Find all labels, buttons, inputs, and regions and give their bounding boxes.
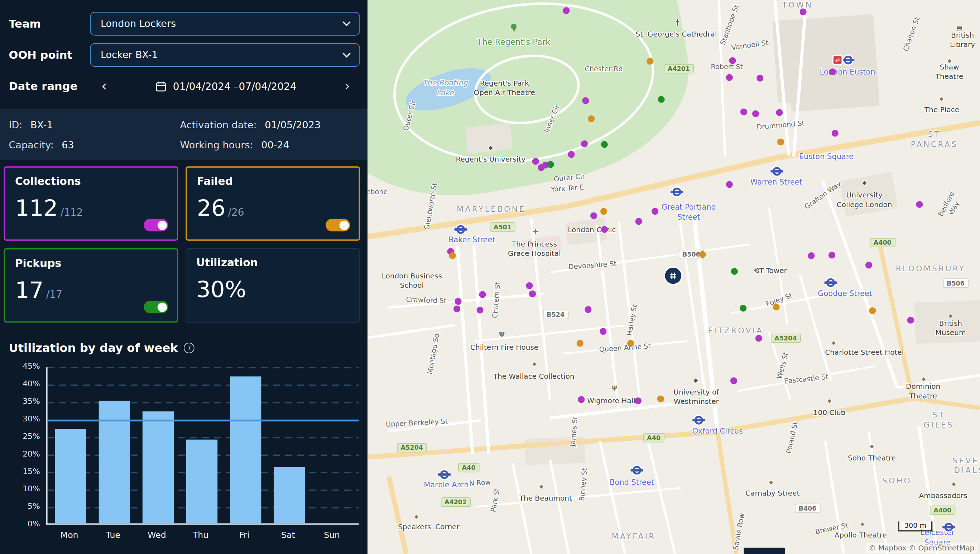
map-marker-purple[interactable] xyxy=(479,291,486,298)
map-label-poi: British Library xyxy=(950,31,975,49)
map-label-poi: Shaw Theatre xyxy=(934,63,965,81)
map-marker-purple[interactable] xyxy=(585,306,591,313)
team-select[interactable]: London Lockers xyxy=(90,12,360,35)
map-marker-purple[interactable] xyxy=(730,377,737,384)
chart-xtick: Thu xyxy=(182,530,220,540)
activation-date: Activation date: 01/05/2023 xyxy=(180,119,359,131)
map-marker-purple[interactable] xyxy=(476,307,483,314)
map-marker-purple[interactable] xyxy=(582,97,589,104)
map-marker-purple[interactable] xyxy=(907,317,914,323)
map-marker-purple[interactable] xyxy=(529,291,536,298)
road-shield: A5204 xyxy=(397,443,426,452)
map-marker-purple[interactable] xyxy=(581,140,588,147)
map-marker-purple[interactable] xyxy=(600,328,606,335)
map-marker-green[interactable] xyxy=(740,305,746,312)
map-label-park: The Regent's Park xyxy=(477,37,550,48)
activation-value: 01/05/2023 xyxy=(265,119,321,131)
utilization-chart-section: Utilization by day of week 0%5%10%15%20%… xyxy=(0,323,368,548)
collections-toggle[interactable] xyxy=(144,219,168,231)
map-marker-green[interactable] xyxy=(547,161,554,168)
failed-toggle[interactable] xyxy=(326,219,350,231)
map-label-area: TOWN xyxy=(782,0,813,10)
map-marker-orange[interactable] xyxy=(588,115,595,122)
road-shield: A400 xyxy=(870,238,895,247)
map-marker-purple[interactable] xyxy=(865,262,872,268)
map-marker-purple[interactable] xyxy=(526,282,533,289)
map-label-road: Chiltern St xyxy=(491,282,503,318)
date-range-label: Date range xyxy=(9,80,90,92)
poi-icon: ◆ xyxy=(827,398,831,404)
date-range-value-group[interactable]: 01/04/2024 –07/04/2024 xyxy=(155,80,296,92)
map-marker-orange[interactable] xyxy=(699,251,706,258)
map-marker-purple[interactable] xyxy=(800,9,807,15)
chart-ytick: 45% xyxy=(9,361,40,371)
map-marker-purple[interactable] xyxy=(752,110,759,117)
map-marker-purple[interactable] xyxy=(532,158,539,165)
map-marker-purple[interactable] xyxy=(453,305,460,312)
map-marker-purple[interactable] xyxy=(578,396,585,403)
map-marker-purple[interactable] xyxy=(832,130,838,137)
map-marker-purple[interactable] xyxy=(808,252,815,259)
info-icon[interactable] xyxy=(184,342,194,353)
poi-icon: ◆ xyxy=(832,340,836,345)
map-label-road: Robert St xyxy=(711,63,743,72)
map-marker-orange[interactable] xyxy=(773,304,780,310)
road-shield: A40 xyxy=(458,463,479,472)
map-marker-purple[interactable] xyxy=(829,252,835,258)
ooh-point-label: OOH point xyxy=(9,49,90,61)
map-marker-purple[interactable] xyxy=(829,68,836,75)
map-marker-purple[interactable] xyxy=(916,201,923,208)
map-label-poi: Wigmore Hall xyxy=(587,396,635,405)
map-marker-green[interactable] xyxy=(731,268,738,275)
map-marker-orange[interactable] xyxy=(869,307,876,314)
map-marker-purple[interactable] xyxy=(756,75,763,82)
map-marker-purple[interactable] xyxy=(652,208,659,215)
map-marker-green[interactable] xyxy=(658,96,665,103)
map-marker-orange[interactable] xyxy=(657,396,664,403)
map-marker-purple[interactable] xyxy=(726,74,733,81)
map-marker-orange[interactable] xyxy=(777,138,784,145)
chart-gridline xyxy=(48,367,359,368)
map-marker-orange[interactable] xyxy=(449,252,456,259)
grad-icon: ◆ xyxy=(862,180,867,186)
map-marker-purple[interactable] xyxy=(756,335,762,342)
map-marker-orange[interactable] xyxy=(627,340,634,347)
pickups-toggle[interactable] xyxy=(144,301,168,313)
map-cluster-marker[interactable] xyxy=(665,268,681,284)
map-marker-orange[interactable] xyxy=(646,58,653,65)
team-label: Team xyxy=(9,18,90,30)
tree-icon xyxy=(511,24,517,31)
map-attribution[interactable]: © Mapbox © OpenStreetMap xyxy=(866,543,977,553)
hours-value: 00-24 xyxy=(261,139,290,151)
map-marker-purple[interactable] xyxy=(590,212,597,219)
map-marker-purple[interactable] xyxy=(635,397,641,404)
map[interactable]: 300 m © Mapbox © OpenStreetMap The Regen… xyxy=(368,0,980,554)
map-marker-purple[interactable] xyxy=(729,57,736,64)
map-marker-orange[interactable] xyxy=(577,340,584,347)
chart-xtick: Sat xyxy=(269,530,307,540)
map-label-area: MARYLEBONE xyxy=(457,204,525,214)
map-road xyxy=(368,324,455,339)
next-date-button[interactable]: › xyxy=(340,80,353,93)
chevron-down-icon xyxy=(342,49,350,57)
map-label-area: ST GILES xyxy=(918,410,959,430)
hours-label: Working hours: xyxy=(180,139,253,151)
ooh-point-select[interactable]: Locker BX-1 xyxy=(90,43,360,67)
map-marker-purple[interactable] xyxy=(568,151,574,158)
map-marker-purple[interactable] xyxy=(740,108,747,115)
map-marker-purple[interactable] xyxy=(563,7,570,14)
chart-bar-mon xyxy=(55,429,86,524)
map-label-poi: Ambassadors xyxy=(919,491,967,501)
map-label-poi: Apollo Theatre xyxy=(835,531,887,540)
map-marker-purple[interactable] xyxy=(726,181,733,188)
map-marker-purple[interactable] xyxy=(635,218,642,224)
map-marker-purple[interactable] xyxy=(455,298,461,305)
prev-date-button[interactable]: ‹ xyxy=(97,80,110,93)
locker-id: ID: BX-1 xyxy=(9,119,180,131)
map-label-area: SOHO xyxy=(882,476,912,486)
map-marker-orange[interactable] xyxy=(600,208,607,215)
underground-roundel-icon xyxy=(456,225,465,234)
map-marker-purple[interactable] xyxy=(776,109,783,116)
map-marker-green[interactable] xyxy=(601,141,608,148)
map-marker-purple[interactable] xyxy=(601,226,608,233)
